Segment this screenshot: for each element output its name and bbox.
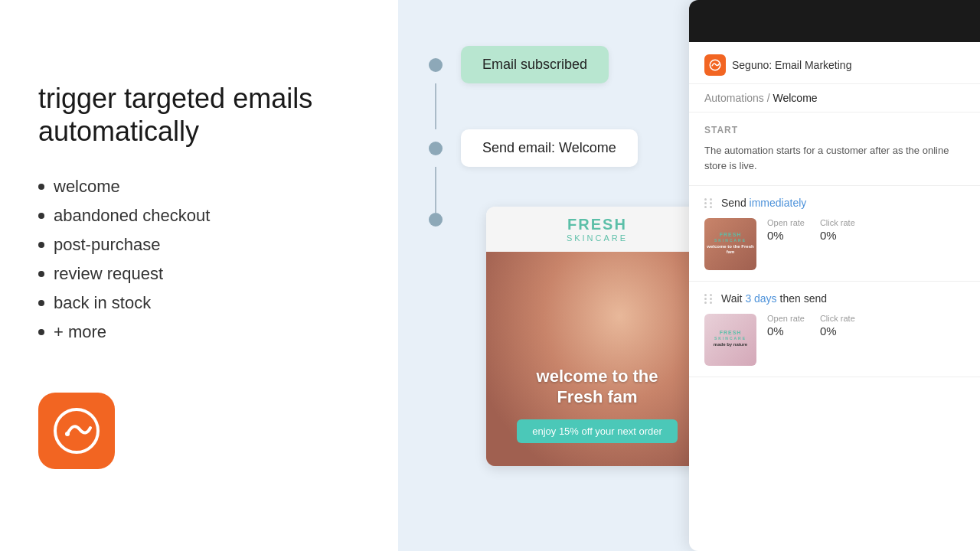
open-rate-2: Open rate 0% [767, 314, 805, 337]
thumb-inner-2: FRESHSKINCARE made by nature [704, 314, 756, 366]
app-logo [704, 54, 726, 76]
list-item: back in stock [38, 289, 360, 318]
node-dot [429, 58, 443, 72]
email-thumbnail-2: FRESHSKINCARE made by nature [704, 314, 756, 366]
seguno-small-icon [708, 58, 722, 72]
email-stats-2: Open rate 0% Click rate 0% [767, 314, 855, 337]
thumb-inner: FRESHSKINCARE welcome to the Fresh fam [704, 218, 756, 270]
brand-name: FRESH [498, 216, 696, 233]
app-header-dark [689, 0, 980, 42]
list-item: + more [38, 318, 360, 347]
send-immediately-row: Send immediately FRESHSKINCARE welcome t… [689, 186, 980, 282]
svg-point-0 [55, 409, 98, 452]
connector-line-2 [435, 167, 436, 213]
click-rate-label: Click rate [820, 218, 855, 227]
email-header: FRESH SKINCARE [486, 207, 708, 252]
row-header-2: Wait 3 days then send [704, 292, 965, 305]
app-nav: Seguno: Email Marketing [689, 42, 980, 84]
node-dot-2 [429, 142, 443, 155]
open-rate-value: 0% [767, 229, 805, 242]
open-rate-value-2: 0% [767, 324, 805, 337]
bullet-dot [38, 184, 44, 190]
svg-point-1 [65, 432, 70, 436]
email-stats: Open rate 0% Click rate 0% [767, 218, 855, 242]
open-rate-label-2: Open rate [767, 314, 805, 323]
trigger-card: Email subscribed [461, 46, 609, 83]
wait-days-link[interactable]: 3 days [745, 292, 776, 305]
trigger-label: Email subscribed [482, 57, 587, 72]
click-rate-label-2: Click rate [820, 314, 855, 323]
click-rate-2: Click rate 0% [820, 314, 855, 337]
app-title: Seguno: Email Marketing [732, 59, 851, 71]
list-item-label: review request [54, 264, 163, 284]
start-description: The automation starts for a customer aft… [704, 143, 965, 173]
drag-handle-icon [704, 198, 714, 208]
breadcrumb-current: Welcome [773, 92, 818, 104]
bullet-dot [38, 242, 44, 248]
brand-sub: SKINCARE [498, 233, 696, 243]
email-preview-card: FRESH SKINCARE welcome to the Fresh fam … [486, 207, 708, 466]
list-item: post-purchase [38, 230, 360, 259]
list-item-label: + more [54, 322, 106, 342]
list-item-label: abandoned checkout [54, 206, 210, 226]
wait-prefix: Wait [721, 292, 745, 305]
action-label: Send email: Welcome [482, 140, 616, 155]
feature-list: welcome abandoned checkout post-purchase… [38, 172, 360, 347]
click-rate: Click rate 0% [820, 218, 855, 242]
wait-text: Wait 3 days then send [721, 292, 827, 305]
send-link[interactable]: immediately [750, 197, 807, 209]
click-rate-value-2: 0% [820, 324, 855, 337]
breadcrumb-parent: Automations [704, 92, 764, 104]
headline: trigger targeted emails automatically [38, 82, 360, 148]
list-item-label: welcome [54, 177, 120, 197]
start-section: START The automation starts for a custom… [689, 112, 980, 186]
email-image: welcome to the Fresh fam enjoy 15% off y… [486, 252, 708, 466]
click-rate-value: 0% [820, 229, 855, 242]
list-item: review request [38, 259, 360, 289]
breadcrumb: Automations / Welcome [689, 84, 980, 112]
list-item: welcome [38, 172, 360, 201]
list-item: abandoned checkout [38, 201, 360, 230]
bullet-dot [38, 213, 44, 219]
brand-logo [38, 393, 115, 469]
action-card: Send email: Welcome [461, 129, 638, 167]
email-thumbnail-1: FRESHSKINCARE welcome to the Fresh fam [704, 218, 756, 270]
drag-handle-icon-2 [704, 294, 714, 304]
send-text: Send immediately [721, 197, 806, 209]
send-prefix: Send [721, 197, 750, 209]
start-label: START [704, 125, 965, 135]
bullet-dot [38, 271, 44, 277]
open-rate-label: Open rate [767, 218, 805, 227]
open-rate: Open rate 0% [767, 218, 805, 242]
breadcrumb-separator: / [767, 92, 773, 104]
cta-button: enjoy 15% off your next order [517, 419, 678, 443]
seguno-logo-icon [52, 406, 101, 455]
node-dot-3 [429, 213, 443, 227]
list-item-label: back in stock [54, 293, 151, 313]
app-panel: Seguno: Email Marketing Automations / We… [689, 0, 980, 551]
right-panel: Email subscribed Send email: Welcome FRE… [398, 0, 980, 551]
left-panel: trigger targeted emails automatically we… [0, 0, 398, 551]
wait-3-days-row: Wait 3 days then send FRESHSKINCARE made… [689, 282, 980, 377]
bullet-dot [38, 300, 44, 306]
list-item-label: post-purchase [54, 235, 160, 255]
email-welcome-text: welcome to the Fresh fam [537, 367, 658, 407]
email-row-preview: FRESHSKINCARE welcome to the Fresh fam O… [704, 218, 965, 270]
wait-suffix: then send [777, 292, 827, 305]
row-header: Send immediately [704, 197, 965, 209]
email-row-preview-2: FRESHSKINCARE made by nature Open rate 0… [704, 314, 965, 366]
bullet-dot [38, 329, 44, 335]
connector-line [435, 83, 436, 129]
